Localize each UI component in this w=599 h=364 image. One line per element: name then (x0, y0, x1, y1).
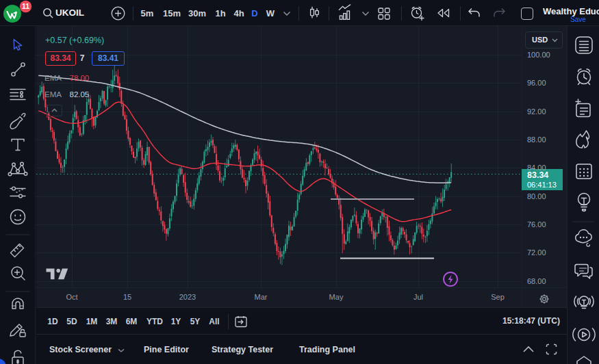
svg-text:11: 11 (22, 2, 29, 10)
